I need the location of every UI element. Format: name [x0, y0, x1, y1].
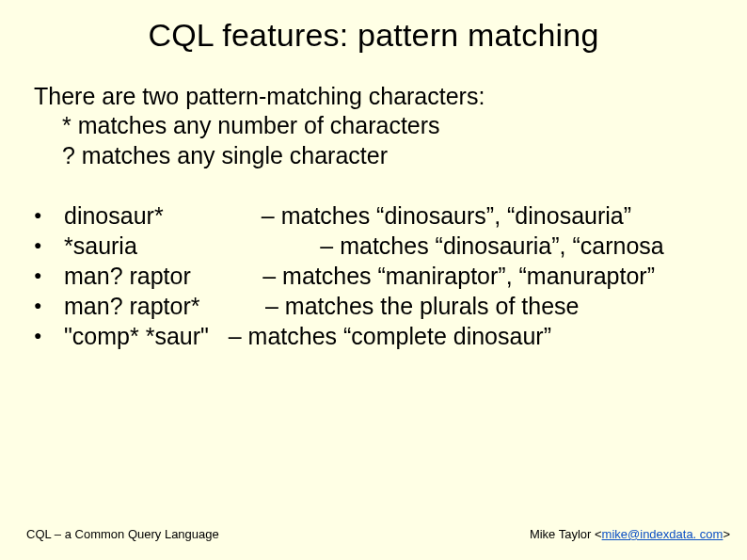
- example-match: – matches the plurals of these: [265, 291, 580, 321]
- examples-list: ● dinosaur* – matches “dinosaurs”, “dino…: [34, 200, 747, 351]
- list-item: ● man? raptor* – matches the plurals of …: [34, 291, 747, 321]
- list-item: ● dinosaur* – matches “dinosaurs”, “dino…: [34, 200, 747, 231]
- bullet-icon: ●: [34, 207, 64, 224]
- example-gap: [209, 321, 229, 351]
- example-pattern: man? raptor*: [64, 291, 200, 321]
- intro-line-3: ? matches any single character: [62, 141, 747, 170]
- footer-right: Mike Taylor <mike@indexdata. com>: [530, 527, 730, 541]
- example-pattern: "comp* *saur": [64, 321, 209, 351]
- footer-left: CQL – a Common Query Language: [26, 527, 219, 541]
- example-gap: [137, 231, 320, 261]
- list-item: ● *sauria – matches “dinosauria”, “carno…: [34, 231, 747, 261]
- intro-line-2: * matches any number of characters: [62, 111, 747, 140]
- example-pattern: man? raptor: [64, 261, 191, 291]
- footer-author-prefix: Mike Taylor <: [530, 527, 602, 541]
- example-gap: [191, 261, 262, 291]
- example-gap: [164, 200, 262, 231]
- intro-line-1: There are two pattern-matching character…: [34, 82, 747, 111]
- footer: CQL – a Common Query Language Mike Taylo…: [26, 527, 730, 541]
- example-match: – matches “dinosaurs”, “dinosauria”: [262, 200, 631, 231]
- footer-author-suffix: >: [723, 527, 730, 541]
- list-item: ● "comp* *saur" – matches “complete dino…: [34, 321, 747, 351]
- example-gap: [200, 291, 265, 321]
- footer-email-link[interactable]: mike@indexdata. com: [602, 527, 723, 541]
- bullet-icon: ●: [34, 267, 64, 284]
- slide-title: CQL features: pattern matching: [0, 0, 747, 54]
- example-match: – matches “dinosauria”, “carnosa: [320, 231, 663, 261]
- bullet-icon: ●: [34, 297, 64, 314]
- example-pattern: *sauria: [64, 231, 137, 261]
- example-match: – matches “complete dinosaur”: [229, 321, 551, 351]
- example-pattern: dinosaur*: [64, 200, 164, 231]
- bullet-icon: ●: [34, 328, 64, 344]
- intro-block: There are two pattern-matching character…: [34, 82, 747, 170]
- example-match: – matches “maniraptor”, “manuraptor”: [262, 261, 655, 291]
- bullet-icon: ●: [34, 237, 64, 254]
- list-item: ● man? raptor – matches “maniraptor”, “m…: [34, 261, 747, 291]
